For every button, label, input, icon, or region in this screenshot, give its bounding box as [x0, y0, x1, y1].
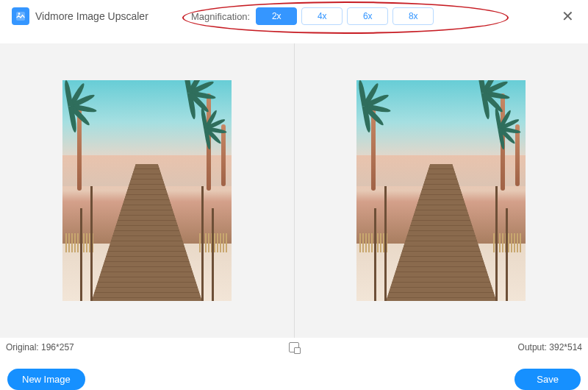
- output-image: [356, 80, 526, 301]
- magnification-4x-button[interactable]: 4x: [301, 7, 343, 25]
- magnification-group: Magnification: 2x 4x 6x 8x: [191, 7, 434, 25]
- magnification-buttons: 2x 4x 6x 8x: [256, 7, 434, 25]
- footer: New Image Save: [0, 355, 588, 390]
- original-image: [62, 80, 232, 301]
- close-icon: ✕: [562, 7, 574, 25]
- close-button[interactable]: ✕: [559, 7, 576, 25]
- compare-toggle-icon[interactable]: [289, 342, 299, 352]
- magnification-2x-button[interactable]: 2x: [256, 7, 297, 25]
- compare-area: [0, 43, 588, 338]
- magnification-6x-button[interactable]: 6x: [347, 7, 388, 25]
- app-logo-icon: [12, 7, 29, 25]
- magnification-label: Magnification:: [191, 11, 250, 22]
- output-pane: [295, 43, 589, 338]
- app-title: Vidmore Image Upscaler: [35, 10, 148, 22]
- new-image-button[interactable]: New Image: [7, 369, 85, 390]
- original-size-label: Original: 196*257: [6, 342, 74, 352]
- header: Vidmore Image Upscaler Magnification: 2x…: [0, 0, 588, 32]
- original-pane: [0, 43, 295, 338]
- save-button[interactable]: Save: [514, 369, 581, 390]
- output-size-label: Output: 392*514: [518, 342, 582, 352]
- magnification-8x-button[interactable]: 8x: [392, 7, 434, 25]
- svg-point-1: [18, 13, 21, 15]
- status-bar: Original: 196*257 Output: 392*514: [0, 338, 588, 355]
